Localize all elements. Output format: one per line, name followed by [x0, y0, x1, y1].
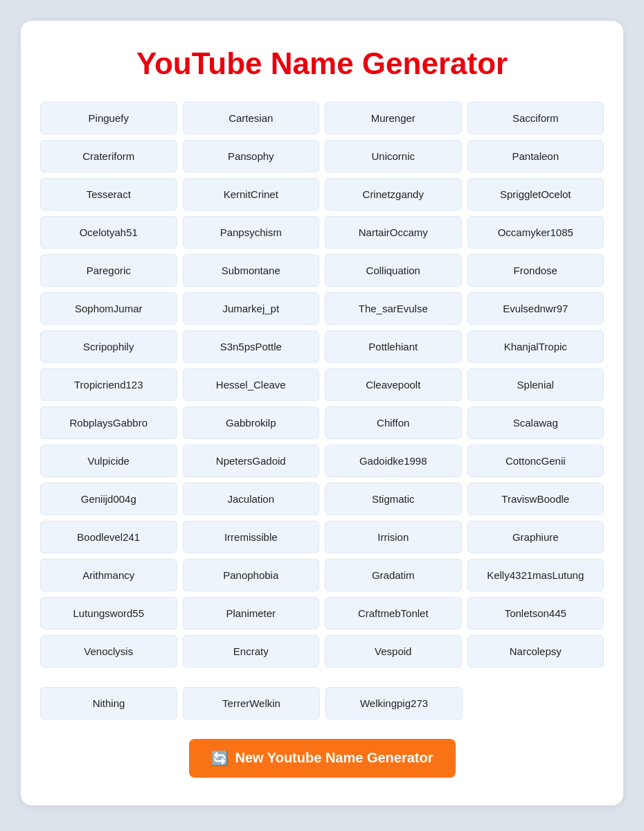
- name-cell[interactable]: Vulpicide: [40, 445, 177, 477]
- name-cell[interactable]: Occamyker1085: [467, 216, 605, 249]
- name-cell[interactable]: Lutungsword55: [40, 597, 177, 629]
- name-cell[interactable]: Frondose: [467, 254, 605, 287]
- name-cell-empty: [468, 687, 604, 720]
- name-cell[interactable]: Paregoric: [40, 254, 177, 287]
- name-cell[interactable]: Scripophily: [40, 330, 177, 363]
- name-cell[interactable]: SophomJumar: [40, 292, 177, 325]
- name-cell[interactable]: Murenger: [325, 102, 462, 134]
- name-cell[interactable]: Crateriform: [40, 140, 177, 172]
- name-cell[interactable]: Tonletson445: [467, 597, 605, 629]
- generate-button[interactable]: 🔄 New Youtube Name Generator: [189, 739, 456, 778]
- name-cell[interactable]: Geniijd004g: [40, 483, 177, 515]
- name-cell[interactable]: CraftmebTonlet: [325, 597, 462, 629]
- name-cell[interactable]: Encraty: [183, 635, 320, 668]
- name-cell[interactable]: Stigmatic: [325, 483, 462, 515]
- name-cell[interactable]: RobplaysGabbro: [40, 406, 177, 439]
- name-cell[interactable]: Gadoidke1998: [325, 445, 462, 477]
- name-cell[interactable]: Panpsychism: [183, 216, 320, 249]
- name-cell[interactable]: Evulsednwr97: [467, 292, 605, 325]
- name-cell[interactable]: CottoncGenii: [467, 445, 605, 477]
- name-cell[interactable]: Hessel_Cleave: [183, 368, 320, 401]
- main-card: YouTube Name Generator PinguefyCartesian…: [21, 21, 623, 805]
- name-cell[interactable]: NartairOccamy: [325, 216, 462, 249]
- name-cell[interactable]: Arithmancy: [40, 559, 177, 591]
- name-cell[interactable]: Cleavepoolt: [325, 368, 462, 401]
- name-cell[interactable]: Venoclysis: [40, 635, 177, 668]
- name-cell[interactable]: Irremissible: [183, 521, 320, 553]
- name-cell[interactable]: Irrision: [325, 521, 462, 553]
- name-cell[interactable]: Jaculation: [183, 483, 320, 515]
- generate-button-label: New Youtube Name Generator: [235, 750, 433, 766]
- button-container: 🔄 New Youtube Name Generator: [40, 739, 604, 778]
- refresh-icon: 🔄: [211, 750, 229, 767]
- name-cell[interactable]: S3n5psPottle: [183, 330, 320, 363]
- name-cell[interactable]: Pinguefy: [40, 102, 177, 134]
- name-cell[interactable]: TraviswBoodle: [467, 483, 605, 515]
- name-cell[interactable]: KernitCrinet: [183, 178, 320, 211]
- name-cell[interactable]: Splenial: [467, 368, 605, 401]
- name-cell[interactable]: Welkingpig273: [325, 687, 463, 720]
- name-cell[interactable]: Vespoid: [325, 635, 462, 668]
- name-cell[interactable]: KhanjalTropic: [467, 330, 605, 363]
- name-cell[interactable]: Sacciform: [467, 102, 605, 134]
- name-cell[interactable]: TerrerWelkin: [183, 687, 320, 720]
- name-cell[interactable]: Pansophy: [183, 140, 320, 172]
- name-cell[interactable]: Tropicriend123: [40, 368, 177, 401]
- name-cell[interactable]: Scalawag: [467, 406, 605, 439]
- name-cell[interactable]: Unicornic: [325, 140, 462, 172]
- name-cell[interactable]: Crinetzgandy: [325, 178, 462, 211]
- name-cell[interactable]: Tesseract: [40, 178, 177, 211]
- name-cell[interactable]: NpetersGadoid: [183, 445, 320, 477]
- name-cell[interactable]: Panophobia: [183, 559, 320, 591]
- name-cell[interactable]: Gabbrokilp: [183, 406, 320, 439]
- name-cell[interactable]: Nithing: [40, 687, 177, 720]
- name-cell[interactable]: Pottlehiant: [325, 330, 462, 363]
- names-grid: PinguefyCartesianMurengerSacciformCrater…: [40, 102, 604, 668]
- page-title: YouTube Name Generator: [40, 46, 604, 82]
- name-cell[interactable]: Cartesian: [183, 102, 320, 134]
- name-cell[interactable]: Kelly4321masLutung: [467, 559, 605, 591]
- last-row: NithingTerrerWelkinWelkingpig273: [40, 687, 604, 720]
- name-cell[interactable]: Colliquation: [325, 254, 462, 287]
- name-cell[interactable]: Gradatim: [325, 559, 462, 591]
- name-cell[interactable]: Chiffon: [325, 406, 462, 439]
- name-cell[interactable]: Narcolepsy: [467, 635, 605, 668]
- name-cell[interactable]: The_sarEvulse: [325, 292, 462, 325]
- name-cell[interactable]: Jumarkej_pt: [183, 292, 320, 325]
- name-cell[interactable]: Ocelotyah51: [40, 216, 177, 249]
- name-cell[interactable]: Boodlevel241: [40, 521, 177, 553]
- name-cell[interactable]: Graphiure: [467, 521, 605, 553]
- name-cell[interactable]: SpriggletOcelot: [467, 178, 605, 211]
- name-cell[interactable]: Submontane: [183, 254, 320, 287]
- name-cell[interactable]: Planimeter: [183, 597, 320, 629]
- name-cell[interactable]: Pantaleon: [467, 140, 605, 172]
